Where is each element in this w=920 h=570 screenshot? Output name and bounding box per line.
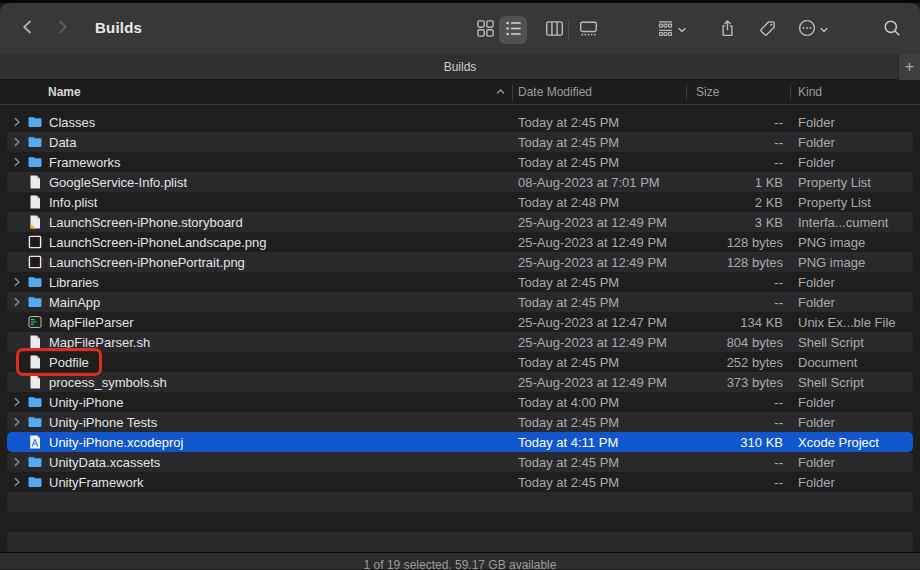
share-button[interactable] xyxy=(713,16,741,44)
disclosure-chevron-icon[interactable] xyxy=(11,457,23,467)
disclosure-chevron-icon[interactable] xyxy=(11,117,23,127)
file-size: 310 KB xyxy=(676,435,783,450)
tab-bar: Builds + xyxy=(0,54,920,80)
file-size: 3 KB xyxy=(676,215,783,230)
column-divider[interactable] xyxy=(686,85,687,100)
file-row[interactable]: Info.plistToday at 2:48 PM2 KBProperty L… xyxy=(0,192,920,212)
file-size: -- xyxy=(676,155,783,170)
file-row[interactable]: ClassesToday at 2:45 PM--Folder xyxy=(0,112,920,132)
more-actions-button[interactable] xyxy=(792,16,834,44)
disclosure-chevron-icon[interactable] xyxy=(11,137,23,147)
file-name: Data xyxy=(49,135,76,150)
file-row[interactable]: Unity-iPhone.xcodeprojToday at 4:11 PM31… xyxy=(0,432,920,452)
file-date-modified: 25-Aug-2023 at 12:49 PM xyxy=(518,335,667,350)
file-row[interactable]: Unity-iPhoneToday at 4:00 PM--Folder xyxy=(0,392,920,412)
file-row[interactable]: MapFileParser.sh25-Aug-2023 at 12:49 PM8… xyxy=(0,332,920,352)
file-name: Frameworks xyxy=(49,155,121,170)
column-view-icon xyxy=(545,19,564,42)
file-date-modified: Today at 4:11 PM xyxy=(518,435,618,450)
file-row[interactable]: MapFileParser25-Aug-2023 at 12:47 PM134 … xyxy=(0,312,920,332)
file-name: MapFileParser xyxy=(49,315,134,330)
file-row[interactable]: DataToday at 2:45 PM--Folder xyxy=(0,132,920,152)
window-title: Builds xyxy=(95,19,142,36)
new-tab-button[interactable]: + xyxy=(898,54,920,80)
tags-button[interactable] xyxy=(753,16,781,44)
file-row[interactable]: LibrariesToday at 2:45 PM--Folder xyxy=(0,272,920,292)
status-bar: 1 of 19 selected, 59.17 GB available xyxy=(0,552,920,569)
column-header-row: Name Date Modified Size Kind xyxy=(0,80,920,105)
forward-button[interactable] xyxy=(49,16,75,42)
file-row[interactable]: PodfileToday at 2:45 PM252 bytesDocument xyxy=(0,352,920,372)
file-row[interactable]: MainAppToday at 2:45 PM--Folder xyxy=(0,292,920,312)
png-icon xyxy=(27,234,43,250)
grid-view-icon xyxy=(476,19,495,42)
column-view-button[interactable] xyxy=(540,16,568,44)
file-name: LaunchScreen-iPhonePortrait.png xyxy=(49,255,245,270)
doc-icon xyxy=(27,354,43,370)
file-row[interactable]: LaunchScreen-iPhoneLandscape.png25-Aug-2… xyxy=(0,232,920,252)
disclosure-chevron-icon[interactable] xyxy=(11,397,23,407)
column-divider[interactable] xyxy=(512,85,513,100)
file-row[interactable]: UnityData.xcassetsToday at 2:45 PM--Fold… xyxy=(0,452,920,472)
file-date-modified: 08-Aug-2023 at 7:01 PM xyxy=(518,175,660,190)
chevron-down-icon xyxy=(677,21,687,39)
icon-view-button[interactable] xyxy=(471,16,499,44)
disclosure-chevron-icon[interactable] xyxy=(11,297,23,307)
disclosure-chevron-icon[interactable] xyxy=(11,277,23,287)
file-date-modified: 25-Aug-2023 at 12:49 PM xyxy=(518,235,667,250)
file-name: LaunchScreen-iPhone.storyboard xyxy=(49,215,243,230)
file-kind: Folder xyxy=(798,475,835,490)
tab-builds[interactable]: Builds xyxy=(444,60,477,74)
file-date-modified: Today at 2:45 PM xyxy=(518,455,619,470)
file-date-modified: Today at 4:00 PM xyxy=(518,395,619,410)
file-size: 804 bytes xyxy=(676,335,783,350)
file-date-modified: Today at 2:45 PM xyxy=(518,155,619,170)
file-size: -- xyxy=(676,455,783,470)
file-size: 134 KB xyxy=(676,315,783,330)
file-row[interactable]: LaunchScreen-iPhonePortrait.png25-Aug-20… xyxy=(0,252,920,272)
file-kind: PNG image xyxy=(798,235,865,250)
column-header-kind[interactable]: Kind xyxy=(798,85,822,99)
file-row[interactable]: FrameworksToday at 2:45 PM--Folder xyxy=(0,152,920,172)
column-divider[interactable] xyxy=(790,85,791,100)
file-row[interactable]: process_symbols.sh25-Aug-2023 at 12:49 P… xyxy=(0,372,920,392)
file-name: Unity-iPhone Tests xyxy=(49,415,157,430)
disclosure-chevron-icon[interactable] xyxy=(11,157,23,167)
file-list: ClassesToday at 2:45 PM--FolderDataToday… xyxy=(0,105,920,552)
column-header-date-modified[interactable]: Date Modified xyxy=(518,85,592,99)
search-button[interactable] xyxy=(878,16,906,44)
file-row[interactable]: UnityFrameworkToday at 2:45 PM--Folder xyxy=(0,472,920,492)
finder-window: Builds Build xyxy=(0,0,920,570)
list-view-button[interactable] xyxy=(499,16,527,44)
file-kind: Folder xyxy=(798,155,835,170)
tag-icon xyxy=(758,19,777,42)
file-row[interactable]: GoogleService-Info.plist08-Aug-2023 at 7… xyxy=(0,172,920,192)
folder-icon xyxy=(27,114,43,130)
exec-icon xyxy=(27,314,43,330)
chevron-down-icon xyxy=(819,21,829,39)
empty-row xyxy=(0,532,920,552)
gallery-view-button[interactable] xyxy=(574,16,602,44)
disclosure-chevron-icon[interactable] xyxy=(11,477,23,487)
status-text: 1 of 19 selected, 59.17 GB available xyxy=(364,558,557,569)
back-button[interactable] xyxy=(15,16,41,42)
file-name: MapFileParser.sh xyxy=(49,335,150,350)
file-date-modified: 25-Aug-2023 at 12:49 PM xyxy=(518,255,667,270)
gallery-view-icon xyxy=(579,19,598,42)
list-view-icon xyxy=(504,19,523,42)
column-header-name[interactable]: Name xyxy=(48,85,81,99)
file-size: 252 bytes xyxy=(676,355,783,370)
folder-icon xyxy=(27,154,43,170)
png-icon xyxy=(27,254,43,270)
file-kind: Document xyxy=(798,355,857,370)
column-header-size[interactable]: Size xyxy=(696,85,719,99)
file-name: Info.plist xyxy=(49,195,97,210)
file-kind: Folder xyxy=(798,415,835,430)
file-size: 373 bytes xyxy=(676,375,783,390)
group-by-button[interactable] xyxy=(650,16,692,44)
file-row[interactable]: LaunchScreen-iPhone.storyboard25-Aug-202… xyxy=(0,212,920,232)
file-row[interactable]: Unity-iPhone TestsToday at 2:45 PM--Fold… xyxy=(0,412,920,432)
folder-icon xyxy=(27,474,43,490)
disclosure-chevron-icon[interactable] xyxy=(11,417,23,427)
file-name: GoogleService-Info.plist xyxy=(49,175,187,190)
